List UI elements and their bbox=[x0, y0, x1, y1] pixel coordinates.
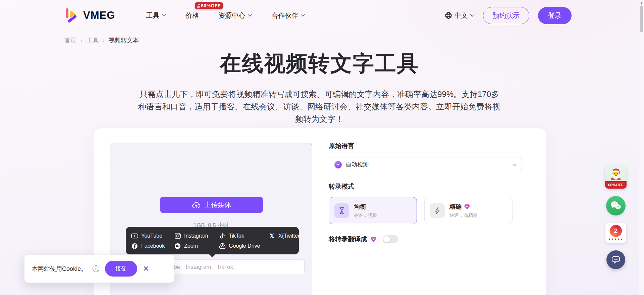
scrollbar-thumb[interactable] bbox=[640, 5, 643, 32]
platform-facebook[interactable]: Facebook bbox=[131, 243, 174, 250]
badge-to: TO bbox=[197, 6, 200, 8]
chevron-down-icon bbox=[512, 163, 516, 166]
mode-subtitle: 快速，高精度 bbox=[449, 212, 478, 218]
platform-zoom[interactable]: Zoom bbox=[174, 243, 219, 250]
platform-tiktok[interactable]: TikTok bbox=[219, 233, 268, 240]
live-chat-button[interactable] bbox=[606, 250, 625, 269]
language-selector[interactable]: 中文 bbox=[445, 11, 474, 20]
mode-title: 均衡 bbox=[354, 203, 377, 211]
mode-texts: 均衡 标准，优质 bbox=[354, 203, 377, 218]
breadcrumb-tools[interactable]: 工具 bbox=[87, 36, 99, 44]
platform-label: TikTok bbox=[229, 233, 244, 239]
mode-card-balanced[interactable]: 均衡 标准，优质 bbox=[329, 197, 417, 224]
wechat-icon bbox=[610, 201, 622, 211]
g2-logo-icon: 2 bbox=[610, 225, 622, 237]
mode-subtitle: 标准，优质 bbox=[354, 212, 377, 218]
cookie-banner: 本网站使用Cookie。 i 接受 ✕ bbox=[24, 255, 174, 283]
login-button[interactable]: 登录 bbox=[538, 7, 572, 24]
scrollbar-up-arrow[interactable]: ▲ bbox=[640, 1, 643, 4]
tiktok-icon bbox=[219, 233, 226, 240]
main-menu: 工具 价格 UP TO 60%OFF 资源中心 合作伙伴 bbox=[146, 11, 305, 20]
globe-icon bbox=[445, 12, 452, 19]
nav-label: 工具 bbox=[146, 11, 159, 20]
cookie-close-icon[interactable]: ✕ bbox=[143, 265, 149, 273]
nav-item-pricing[interactable]: 价格 UP TO 60%OFF bbox=[185, 11, 199, 20]
tooltip-row-1: YouTube Instagram TikTok 𝕏 X(Twitter) bbox=[131, 231, 293, 241]
cloud-upload-icon bbox=[192, 201, 201, 209]
mode-cards: 均衡 标准，优质 精确 bbox=[329, 197, 522, 224]
platform-x-twitter[interactable]: 𝕏 X(Twitter) bbox=[268, 233, 301, 240]
christmas-promo-widget[interactable]: 🎅 60%OFF bbox=[605, 166, 627, 189]
tooltip-row-2: Facebook Zoom Google Drive bbox=[131, 241, 293, 251]
mode-texts: 精确 快速，高精度 bbox=[449, 203, 478, 218]
page-title: 在线视频转文字工具 bbox=[0, 49, 639, 78]
upload-media-button[interactable]: 上传媒体 bbox=[160, 197, 263, 213]
breadcrumb-separator: › bbox=[80, 37, 83, 44]
breadcrumb-current: 视频转文本 bbox=[109, 36, 139, 44]
platform-label: Zoom bbox=[184, 243, 198, 249]
toggle-knob bbox=[383, 236, 390, 243]
facebook-icon bbox=[131, 243, 138, 250]
platform-label: X(Twitter) bbox=[278, 233, 301, 239]
nav-item-partners[interactable]: 合作伙伴 bbox=[271, 11, 305, 20]
mode-card-precise[interactable]: 精确 快速，高精度 bbox=[424, 197, 513, 224]
translate-toggle[interactable] bbox=[383, 235, 398, 243]
source-language-label: 原始语言 bbox=[329, 142, 522, 150]
transcription-mode-label: 转录模式 bbox=[329, 182, 522, 191]
chevron-down-icon bbox=[162, 14, 166, 17]
google-drive-icon bbox=[219, 243, 226, 250]
floating-widgets: 🎅 60%OFF 2 ★★★★★ bbox=[604, 166, 627, 269]
chevron-down-icon bbox=[470, 14, 474, 17]
page-description: 只需点击几下，即可免费将视频精准转写成可搜索、可编辑的文字内容，准确率高达99%… bbox=[137, 88, 502, 125]
upload-button-label: 上传媒体 bbox=[205, 200, 231, 209]
brand-logo[interactable]: VMEG bbox=[64, 8, 115, 23]
platform-label: YouTube bbox=[141, 233, 162, 239]
platform-tooltip: YouTube Instagram TikTok 𝕏 X(Twitter) Fa… bbox=[126, 227, 299, 254]
nav-item-tools[interactable]: 工具 bbox=[146, 11, 166, 20]
language-label: 中文 bbox=[454, 11, 468, 20]
instagram-icon bbox=[174, 233, 181, 240]
mode-title: 精确 bbox=[449, 203, 462, 211]
g2-stars: ★★★★★ bbox=[608, 238, 623, 241]
premium-gem-icon bbox=[370, 237, 377, 242]
wechat-widget[interactable] bbox=[606, 196, 626, 215]
cookie-accept-button[interactable]: 接受 bbox=[105, 261, 137, 277]
translate-row: 将转录翻译成 bbox=[329, 235, 522, 244]
badge-up: UP bbox=[197, 3, 200, 6]
source-language-select[interactable]: ✦ 自动检测 bbox=[329, 157, 522, 172]
chevron-down-icon bbox=[301, 14, 305, 17]
platform-label: Instagram bbox=[184, 233, 208, 239]
g2-review-widget[interactable]: 2 ★★★★★ bbox=[605, 223, 626, 243]
translate-label: 将转录翻译成 bbox=[329, 235, 367, 244]
brand-name: VMEG bbox=[83, 9, 115, 21]
promo-off-label: 60%OFF bbox=[605, 181, 627, 189]
breadcrumb-home[interactable]: 首页 bbox=[64, 36, 76, 44]
top-navigation: VMEG 工具 价格 UP TO 60%OFF 资源中心 合作伙伴 bbox=[0, 0, 639, 31]
transcription-options: 原始语言 ✦ 自动检测 转录模式 均衡 标准，优质 bbox=[329, 142, 522, 244]
auto-detect-sparkle-icon: ✦ bbox=[334, 161, 342, 168]
discount-badge: UP TO 60%OFF bbox=[195, 2, 223, 9]
chevron-down-icon bbox=[248, 14, 252, 17]
platform-instagram[interactable]: Instagram bbox=[174, 233, 219, 240]
lightning-icon bbox=[430, 203, 445, 218]
cookie-message: 本网站使用Cookie。 bbox=[32, 265, 87, 273]
nav-label: 价格 bbox=[185, 11, 199, 20]
platform-youtube[interactable]: YouTube bbox=[131, 233, 174, 240]
nav-item-resources[interactable]: 资源中心 bbox=[218, 11, 252, 20]
header-actions: 中文 预约演示 登录 bbox=[445, 7, 572, 24]
book-demo-button[interactable]: 预约演示 bbox=[483, 7, 529, 24]
zoom-icon bbox=[174, 243, 181, 250]
premium-gem-icon bbox=[464, 204, 470, 210]
x-twitter-icon: 𝕏 bbox=[268, 233, 275, 240]
hourglass-icon bbox=[334, 203, 349, 218]
youtube-icon bbox=[131, 233, 138, 240]
nav-label: 合作伙伴 bbox=[271, 11, 298, 20]
source-language-value: 自动检测 bbox=[346, 161, 508, 168]
vmeg-logo-icon bbox=[64, 8, 79, 23]
platform-label: Facebook bbox=[141, 243, 165, 249]
info-icon[interactable]: i bbox=[93, 265, 99, 272]
platform-google-drive[interactable]: Google Drive bbox=[219, 243, 268, 250]
page-scrollbar: ▲ bbox=[639, 0, 644, 295]
nav-label: 资源中心 bbox=[218, 11, 245, 20]
santa-icon: 🎅 bbox=[605, 166, 627, 181]
